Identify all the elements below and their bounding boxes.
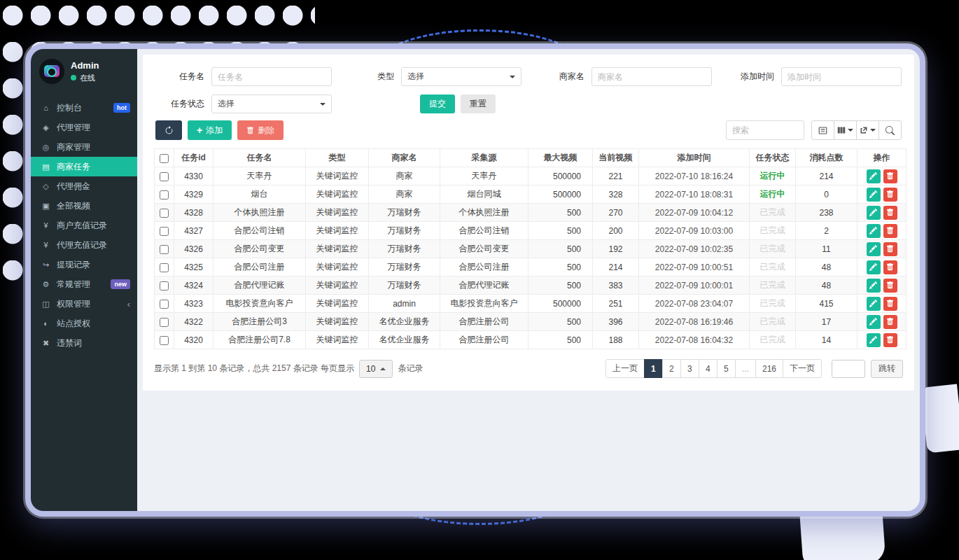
sidebar-item-merchant-tasks[interactable]: ▤商家任务 (31, 157, 137, 176)
row-checkbox[interactable] (160, 263, 169, 272)
column-header[interactable]: 当前视频 (593, 149, 639, 167)
delete-row-button[interactable] (883, 260, 897, 274)
delete-row-button[interactable] (883, 206, 897, 220)
source-cell: 合肥公司注册 (440, 258, 528, 276)
column-header[interactable]: 消耗点数 (796, 149, 858, 167)
pagination-page-2[interactable]: 2 (662, 359, 681, 378)
row-checkbox[interactable] (160, 190, 169, 200)
column-header[interactable]: 操作 (858, 149, 906, 167)
task-name-cell: 个体执照注册 (214, 204, 306, 222)
current-videos-cell: 251 (593, 295, 639, 313)
column-header[interactable]: 任务id (174, 149, 214, 167)
current-videos-cell: 383 (593, 276, 639, 295)
type-cell: 关键词监控 (306, 204, 369, 222)
sidebar-item-site-auth[interactable]: ◐站点授权 (31, 314, 137, 333)
column-header[interactable]: 任务名 (214, 149, 306, 167)
reset-button[interactable]: 重置 (461, 94, 496, 113)
column-header[interactable]: 最大视频 (528, 149, 593, 167)
column-header[interactable]: 添加时间 (639, 149, 750, 167)
pagination-page-1[interactable]: 1 (644, 359, 663, 378)
pagination-page-216[interactable]: 216 (755, 359, 783, 378)
edit-row-button[interactable] (867, 169, 881, 183)
type-select[interactable]: 选择 (401, 67, 522, 86)
jump-button[interactable]: 跳转 (871, 360, 903, 378)
table-search-input[interactable] (726, 120, 804, 140)
sidebar-item-label: 违禁词 (57, 337, 82, 349)
columns-button[interactable] (834, 120, 857, 140)
withdraw-icon: ↪ (41, 260, 51, 270)
sidebar-item-commission[interactable]: ◇代理佣金 (31, 176, 137, 196)
delete-row-button[interactable] (883, 279, 897, 293)
add-time-input[interactable] (781, 67, 902, 86)
column-header[interactable]: 采集源 (440, 149, 528, 167)
sidebar-item-permissions[interactable]: ◫权限管理‹ (31, 294, 137, 314)
edit-row-button[interactable] (867, 224, 881, 238)
task-name-cell: 电影投资意向客户 (214, 295, 306, 313)
delete-row-button[interactable] (883, 315, 897, 329)
page-size-select[interactable]: 10 (359, 360, 393, 378)
delete-row-button[interactable] (883, 224, 897, 238)
status-badge: 已完成 (760, 280, 785, 290)
sidebar-item-merchant-recharge[interactable]: ¥商户充值记录 (31, 216, 137, 235)
status-cell: 已完成 (750, 258, 796, 276)
row-checkbox[interactable] (160, 227, 169, 236)
delete-row-button[interactable] (883, 188, 897, 202)
sidebar-item-videos[interactable]: ▣全部视频 (31, 196, 137, 216)
sidebar-item-dashboard[interactable]: ⌂控制台hot (31, 98, 137, 118)
merchant-name-input[interactable] (592, 67, 712, 86)
decor-white-swoosh-bottom (799, 510, 886, 560)
pagination-page-5[interactable]: 5 (717, 359, 736, 378)
edit-row-button[interactable] (867, 260, 881, 274)
row-checkbox[interactable] (160, 209, 169, 218)
edit-row-button[interactable] (867, 297, 881, 311)
column-header[interactable]: 类型 (306, 149, 369, 167)
pagination-next[interactable]: 下一页 (783, 359, 822, 378)
row-checkbox[interactable] (160, 245, 169, 254)
row-checkbox[interactable] (160, 318, 169, 327)
delete-row-button[interactable] (883, 297, 897, 311)
submit-button[interactable]: 提交 (420, 94, 455, 113)
delete-row-button[interactable] (883, 333, 897, 347)
edit-row-button[interactable] (867, 315, 881, 329)
agent-recharge-icon: ¥ (41, 241, 51, 249)
max-videos-cell: 500 (528, 204, 593, 222)
edit-row-button[interactable] (867, 279, 881, 293)
sidebar-item-merchants[interactable]: ◎商家管理 (31, 137, 137, 157)
search-button[interactable] (878, 120, 902, 140)
sidebar-item-agent-recharge[interactable]: ¥代理充值记录 (31, 235, 137, 255)
select-all-checkbox[interactable] (160, 154, 169, 163)
search-icon (886, 126, 895, 135)
sidebar-item-banned-words[interactable]: ✖违禁词 (31, 333, 137, 353)
card-view-toggle-button[interactable] (811, 120, 834, 140)
refresh-button[interactable] (155, 120, 182, 140)
row-checkbox[interactable] (160, 336, 169, 345)
type-label: 类型 (345, 71, 394, 83)
sidebar-item-agents[interactable]: ◈代理管理 (31, 118, 137, 137)
pagination-page-3[interactable]: 3 (680, 359, 699, 378)
delete-row-button[interactable] (883, 169, 897, 183)
sidebar-item-withdraw[interactable]: ↪提现记录 (31, 255, 137, 274)
pagination-prev[interactable]: 上一页 (606, 359, 645, 378)
source-cell: 合肥注册公司 (440, 331, 528, 349)
toolbar-right (726, 120, 902, 140)
edit-row-button[interactable] (867, 188, 881, 202)
column-header[interactable]: 任务状态 (750, 149, 796, 167)
task-status-select[interactable]: 选择 (211, 94, 332, 113)
pagination-page-4[interactable]: 4 (699, 359, 718, 378)
delete-button[interactable]: 删除 (237, 120, 284, 140)
row-checkbox[interactable] (160, 172, 169, 181)
row-checkbox[interactable] (160, 300, 169, 309)
row-checkbox[interactable] (160, 281, 169, 290)
current-videos-cell: 214 (593, 258, 639, 276)
avatar[interactable] (39, 59, 64, 84)
export-button[interactable] (856, 120, 879, 140)
column-header[interactable]: 商家名 (369, 149, 440, 167)
edit-row-button[interactable] (867, 206, 881, 220)
sidebar-item-general-settings[interactable]: ⚙常规管理new (31, 274, 137, 294)
edit-row-button[interactable] (867, 333, 881, 347)
jump-page-input[interactable] (832, 360, 865, 378)
edit-row-button[interactable] (867, 242, 881, 256)
delete-row-button[interactable] (883, 242, 897, 256)
add-button[interactable]: + 添加 (188, 120, 232, 140)
task-name-input[interactable] (211, 67, 332, 86)
